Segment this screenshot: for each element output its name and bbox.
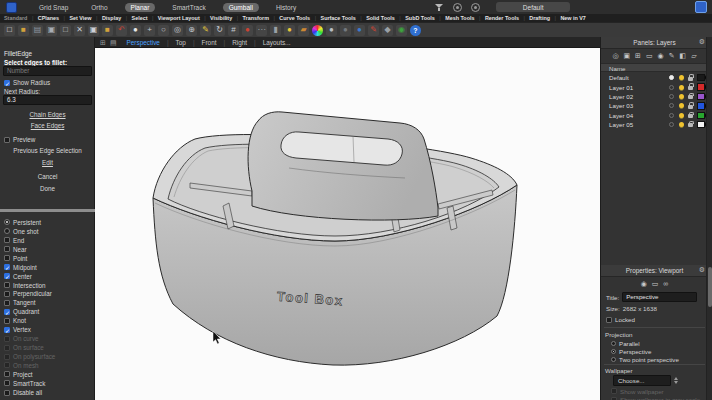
current-layer-radio[interactable]: [669, 85, 674, 90]
annotate-pencil-icon[interactable]: ✎: [368, 25, 379, 36]
osnap-checkbox[interactable]: On mesh: [0, 361, 95, 370]
render-sphere-icon[interactable]: ●: [340, 25, 351, 36]
annotate-icon[interactable]: ✎: [669, 52, 675, 59]
camera-lens-icon[interactable]: ◉: [658, 52, 664, 59]
ribbon-tab[interactable]: Solid Tools: [356, 15, 395, 21]
layer-lock-icon[interactable]: [688, 95, 693, 99]
layer-lock-icon[interactable]: [688, 105, 693, 109]
save-icon[interactable]: ▤: [32, 25, 43, 36]
selection-filter-icon[interactable]: [434, 4, 444, 11]
ribbon-tab[interactable]: Surface Tools: [310, 15, 356, 21]
previous-edge-selection-button[interactable]: Previous Edge Selection: [0, 147, 95, 154]
layer-lock-icon[interactable]: [688, 77, 693, 81]
osnap-mode-radio[interactable]: Persistent: [0, 218, 95, 227]
layer-state-icon[interactable]: ▰: [298, 25, 309, 36]
mode-toggle[interactable]: SmartTrack: [166, 3, 211, 12]
gear-icon[interactable]: ⚙: [699, 38, 705, 46]
help-icon[interactable]: ?: [410, 25, 421, 36]
gear-icon[interactable]: ⚙: [699, 266, 705, 274]
target-icon[interactable]: [471, 3, 480, 12]
projection-radio[interactable]: Perspective: [611, 347, 679, 355]
osnap-checkbox[interactable]: Intersection: [0, 281, 95, 290]
app-icon[interactable]: [6, 2, 17, 13]
layer-color-swatch[interactable]: [697, 121, 705, 129]
projection-radio[interactable]: Two point perspective: [611, 355, 679, 363]
layer-panel-icon[interactable]: ▣: [623, 52, 630, 59]
layer-color-swatch[interactable]: [697, 74, 705, 82]
layer-row[interactable]: Default: [601, 73, 708, 82]
layer-row[interactable]: Layer 03: [601, 101, 708, 110]
viewport-tab[interactable]: Perspective: [127, 39, 160, 46]
shaded-sphere-icon[interactable]: ●: [326, 25, 337, 36]
open-file-icon[interactable]: ■: [18, 25, 29, 36]
layer-color-swatch[interactable]: [697, 83, 705, 91]
projection-radio[interactable]: Parallel: [611, 339, 679, 347]
new-layer-icon[interactable]: ⊞: [635, 52, 641, 59]
ribbon-tab[interactable]: Drafting: [519, 15, 550, 21]
link-icon[interactable]: ∞: [663, 280, 668, 287]
ribbon-tab[interactable]: Display: [92, 15, 122, 21]
layer-visibility-bulb-icon[interactable]: [679, 94, 684, 99]
ribbon-tab[interactable]: Mesh Tools: [435, 15, 475, 21]
current-layer-radio[interactable]: [669, 94, 674, 99]
viewport-tab[interactable]: Front: [186, 39, 217, 46]
wallpaper-checkbox[interactable]: Show wallpaper in gray scale: [611, 395, 700, 400]
ribbon-tab[interactable]: Standard: [4, 15, 27, 21]
ribbon-tab[interactable]: Viewport Layout: [147, 15, 199, 21]
osnap-checkbox[interactable]: Quadrant: [0, 307, 95, 316]
locked-checkbox[interactable]: Locked: [606, 316, 635, 323]
material-icon[interactable]: ◧: [680, 52, 687, 59]
cancel-button[interactable]: Cancel: [0, 173, 95, 180]
ribbon-tab[interactable]: SubD Tools: [395, 15, 435, 21]
layer-row[interactable]: Layer 02: [601, 92, 708, 101]
ribbon-tab[interactable]: Visibility: [200, 15, 232, 21]
layer-visibility-bulb-icon[interactable]: [679, 122, 684, 127]
stepper-icon[interactable]: [674, 377, 678, 384]
layer-visibility-bulb-icon[interactable]: [679, 85, 684, 90]
folder-icon[interactable]: ▱: [691, 52, 696, 59]
osnap-checkbox[interactable]: Point: [0, 254, 95, 263]
visibility-filter-icon[interactable]: ◎: [612, 52, 618, 59]
ribbon-tab[interactable]: Transform: [232, 15, 269, 21]
fillet-count-input[interactable]: Number: [3, 66, 92, 76]
show-radius-checkbox[interactable]: Show Radius: [4, 79, 50, 86]
done-button[interactable]: Done: [0, 185, 95, 192]
next-radius-input[interactable]: 6.3: [3, 95, 92, 105]
rotate-view-icon[interactable]: ↻: [214, 25, 225, 36]
scrollbar-thumb[interactable]: [708, 267, 712, 307]
new-file-icon[interactable]: □: [4, 25, 15, 36]
move-icon[interactable]: +: [144, 25, 155, 36]
camera-icon[interactable]: ◉: [641, 280, 647, 287]
viewport-layout-icon[interactable]: ▤: [110, 39, 117, 46]
panel-scrollbar[interactable]: [706, 37, 712, 400]
mode-toggle[interactable]: History: [270, 3, 302, 12]
export-icon[interactable]: □: [60, 25, 71, 36]
layer-row[interactable]: Layer 05: [601, 120, 708, 129]
mode-toggle[interactable]: Ortho: [85, 3, 113, 12]
viewport-tab[interactable]: Layouts...: [247, 39, 290, 46]
layer-visibility-bulb-icon[interactable]: [679, 103, 684, 108]
ribbon-tab[interactable]: Set View: [59, 15, 91, 21]
face-edges-link[interactable]: Face Edges: [0, 122, 95, 129]
edit-link[interactable]: Edit: [0, 159, 95, 166]
viewport-rect-icon[interactable]: ▭: [652, 280, 659, 287]
current-layer-radio[interactable]: [669, 113, 674, 118]
color-wheel-icon[interactable]: [312, 25, 323, 36]
rhino-logo-icon[interactable]: [695, 1, 707, 13]
layers-name-column-header[interactable]: Name: [601, 63, 708, 72]
osnap-checkbox[interactable]: SmartTrack: [0, 379, 95, 388]
dimension-icon[interactable]: ◆: [382, 25, 393, 36]
viewport-grid-icon[interactable]: ⊞: [100, 39, 106, 46]
osnap-checkbox[interactable]: On surface: [0, 343, 95, 352]
osnap-checkbox[interactable]: Near: [0, 245, 95, 254]
zoom-window-icon[interactable]: ◎: [172, 25, 183, 36]
display-icon[interactable]: ▭: [646, 52, 653, 59]
viewport-tab[interactable]: Top: [160, 39, 186, 46]
delete-icon[interactable]: ●: [242, 25, 253, 36]
copy-icon[interactable]: ▣: [88, 25, 99, 36]
osnap-checkbox[interactable]: Knot: [0, 316, 95, 325]
osnap-checkbox[interactable]: End: [0, 236, 95, 245]
osnap-checkbox[interactable]: Center: [0, 272, 95, 281]
disable-all-checkbox[interactable]: Disable all: [4, 389, 42, 396]
layer-color-swatch[interactable]: [697, 102, 705, 110]
